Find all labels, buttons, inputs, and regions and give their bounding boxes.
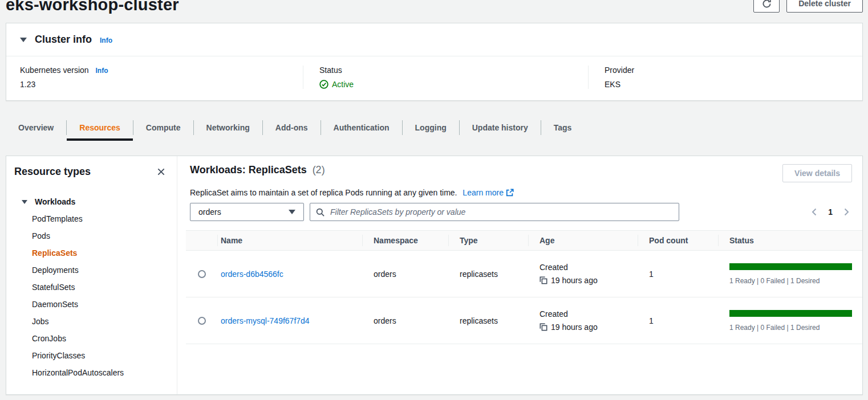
status-field: Status Active <box>303 66 588 89</box>
resource-types-title: Resource types <box>14 166 91 178</box>
status-cell: 1 Ready | 0 Failed | 1 Desired <box>718 263 862 285</box>
chevron-down-icon <box>289 210 295 214</box>
replicasets-count: (2) <box>313 164 325 175</box>
page-header: eks-workshop-cluster Delete cluster <box>6 0 863 13</box>
page: eks-workshop-cluster Delete cluster Clus… <box>0 0 868 395</box>
cluster-info-title: Cluster info <box>35 34 92 46</box>
search-box <box>310 203 679 221</box>
kubernetes-version-info-link[interactable]: Info <box>96 67 108 75</box>
sidebar-item-statefulsets[interactable]: StatefulSets <box>6 279 177 296</box>
search-icon <box>316 208 325 217</box>
namespace-cell: orders <box>362 270 448 279</box>
sidebar-item-jobs[interactable]: Jobs <box>6 313 177 330</box>
page-number[interactable]: 1 <box>828 207 833 217</box>
column-header-pod-count: Pod count <box>638 231 718 250</box>
page-actions: Delete cluster <box>753 0 863 13</box>
tab-add-ons[interactable]: Add-ons <box>263 115 321 141</box>
tab-logging[interactable]: Logging <box>403 115 459 141</box>
external-link-icon <box>504 188 514 197</box>
namespace-cell: orders <box>362 316 448 325</box>
kubernetes-version-label: Kubernetes version Info <box>20 66 303 75</box>
namespace-filter-dropdown[interactable]: orders <box>190 203 304 221</box>
column-header-type: Type <box>448 231 528 250</box>
status-active-text: Active <box>332 80 354 89</box>
provider-label: Provider <box>605 66 862 75</box>
view-details-button[interactable]: View details <box>782 164 852 182</box>
close-sidebar-button[interactable] <box>155 165 168 178</box>
cluster-group[interactable]: Cluster <box>6 389 177 395</box>
table-row: orders-mysql-749f67f7d4 orders replicase… <box>186 297 862 344</box>
learn-more-link[interactable]: Learn more <box>463 188 514 197</box>
chevron-right-icon <box>842 207 851 217</box>
cluster-info-panel: Cluster info Info Kubernetes version Inf… <box>6 23 863 101</box>
kubernetes-version-field: Kubernetes version Info 1.23 <box>6 66 303 89</box>
tab-update-history[interactable]: Update history <box>460 115 541 141</box>
delete-cluster-button[interactable]: Delete cluster <box>786 0 863 13</box>
replicasets-main: Workloads: ReplicaSets (2) View details … <box>177 156 862 394</box>
cluster-info-body: Kubernetes version Info 1.23 Status Acti… <box>6 56 862 100</box>
type-cell: replicasets <box>448 316 528 325</box>
resources-panel: Resource types Workloads PodTemplates Po… <box>6 156 863 395</box>
tab-networking[interactable]: Networking <box>194 115 262 141</box>
resource-types-sidebar: Resource types Workloads PodTemplates Po… <box>6 156 177 394</box>
cluster-info-header[interactable]: Cluster info Info <box>6 23 862 56</box>
provider-field: Provider EKS <box>588 66 862 89</box>
row-radio-button[interactable] <box>198 270 206 278</box>
replicasets-heading: Workloads: ReplicaSets <box>190 164 307 175</box>
replicasets-description: ReplicaSet aims to maintain a set of rep… <box>190 187 852 198</box>
replicaset-name-link[interactable]: orders-d6b4566fc <box>221 270 283 279</box>
sidebar-item-deployments[interactable]: Deployments <box>6 262 177 279</box>
tab-resources[interactable]: Resources <box>67 115 133 141</box>
tab-bar: Overview Resources Compute Networking Ad… <box>6 115 863 141</box>
table-row: orders-d6b4566fc orders replicasets Crea… <box>186 251 862 297</box>
cluster-group-label: Cluster <box>33 393 60 395</box>
sidebar-item-priorityclasses[interactable]: PriorityClasses <box>6 347 177 364</box>
sidebar-item-pods[interactable]: Pods <box>6 227 177 244</box>
copy-icon[interactable] <box>540 276 547 284</box>
status-value: Active <box>319 80 588 89</box>
table-header-row: Name Namespace Type Age Pod count Status <box>186 230 862 251</box>
page-title: eks-workshop-cluster <box>6 0 179 14</box>
sidebar-item-daemonsets[interactable]: DaemonSets <box>6 296 177 313</box>
workloads-group[interactable]: Workloads <box>6 193 177 210</box>
pod-count-cell: 1 <box>638 316 718 325</box>
age-value: 19 hours ago <box>551 323 598 332</box>
resource-types-tree: Workloads PodTemplates Pods ReplicaSets … <box>6 193 177 395</box>
refresh-icon <box>762 0 772 9</box>
sidebar-item-replicasets[interactable]: ReplicaSets <box>6 244 177 262</box>
sidebar-item-podtemplates[interactable]: PodTemplates <box>6 210 177 227</box>
refresh-button[interactable] <box>753 0 780 13</box>
status-label: Status <box>319 66 588 75</box>
copy-icon[interactable] <box>540 323 547 331</box>
tab-tags[interactable]: Tags <box>541 115 585 141</box>
tab-compute[interactable]: Compute <box>133 115 193 141</box>
tab-authentication[interactable]: Authentication <box>321 115 402 141</box>
kubernetes-version-value: 1.23 <box>20 80 303 89</box>
replicasets-heading-row: Workloads: ReplicaSets (2) <box>190 164 325 176</box>
age-created-label: Created <box>540 309 638 319</box>
column-header-select <box>186 231 217 250</box>
status-cell: 1 Ready | 0 Failed | 1 Desired <box>718 310 862 332</box>
age-cell: Created 19 hours ago <box>528 263 638 285</box>
pod-count-cell: 1 <box>638 270 718 279</box>
pagination: 1 <box>809 206 852 218</box>
tab-overview[interactable]: Overview <box>6 115 66 141</box>
status-bar <box>729 310 852 317</box>
column-header-age: Age <box>528 231 638 250</box>
workloads-group-label: Workloads <box>35 197 75 206</box>
sidebar-item-horizontalpodautoscalers[interactable]: HorizontalPodAutoscalers <box>6 364 177 381</box>
type-cell: replicasets <box>448 270 528 279</box>
search-input[interactable] <box>329 207 673 217</box>
close-icon <box>157 168 165 176</box>
replicaset-name-link[interactable]: orders-mysql-749f67f7d4 <box>221 316 310 325</box>
age-cell: Created 19 hours ago <box>528 309 638 332</box>
column-header-status: Status <box>718 231 862 250</box>
row-radio-button[interactable] <box>198 317 206 325</box>
status-text: 1 Ready | 0 Failed | 1 Desired <box>729 277 852 285</box>
cluster-info-info-link[interactable]: Info <box>100 36 112 44</box>
next-page-button[interactable] <box>841 206 852 218</box>
prev-page-button[interactable] <box>809 206 820 218</box>
status-text: 1 Ready | 0 Failed | 1 Desired <box>729 324 852 332</box>
sidebar-item-cronjobs[interactable]: CronJobs <box>6 330 177 347</box>
chevron-down-icon <box>20 38 27 42</box>
